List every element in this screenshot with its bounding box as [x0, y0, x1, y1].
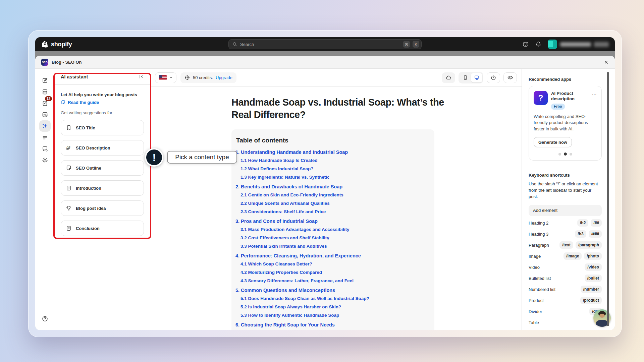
toc-link[interactable]: 5.3 How to Identify Authentic Handmade S… — [240, 313, 428, 318]
device-preview-toggle — [459, 72, 483, 83]
list-lines-icon[interactable] — [39, 132, 51, 143]
comment-icon[interactable] — [39, 143, 51, 155]
shortcut-row: Table — [529, 317, 602, 328]
credits-pill[interactable]: 50 credits. Upgrade — [180, 72, 236, 83]
recommended-app-card: ? AI Product description ... Free Write … — [529, 86, 602, 161]
shortcut-key: /h3 — [575, 230, 586, 238]
kebab-menu-icon[interactable]: ... — [592, 91, 597, 96]
toc-link[interactable]: 4.2 Moisturizing Properties Compared — [240, 270, 428, 275]
toc-link[interactable]: 4.1 Which Soap Cleanses Better? — [240, 261, 428, 267]
shortcut-key: /image — [564, 252, 582, 260]
compose-icon[interactable] — [39, 75, 51, 86]
toc-heading: Table of contents — [235, 137, 428, 144]
toc-link[interactable]: 1.1 How Handmade Soap Is Created — [240, 158, 428, 163]
desktop-preview-icon[interactable] — [471, 73, 482, 82]
shortcut-key: /product — [580, 297, 602, 304]
app-seo-badge: SEO — [41, 59, 48, 66]
seo-description-button[interactable]: Ao SEO Description — [61, 140, 144, 156]
toc-link[interactable]: 3.2 Cost-Effectiveness and Shelf Stabili… — [240, 235, 428, 241]
media-icon[interactable] — [39, 109, 51, 120]
shortcut-key: /h2 — [577, 219, 588, 227]
toc-link[interactable]: 4. Performance: Cleansing, Hydration, an… — [235, 253, 428, 258]
toc-link[interactable]: 6. Choosing the Right Soap for Your Need… — [235, 322, 428, 327]
ai-sparkles-icon[interactable] — [39, 120, 51, 132]
carousel-dot[interactable] — [558, 153, 561, 156]
ai-assistant-panel: AI assistant Let AI help you write your … — [55, 69, 150, 330]
toc-link[interactable]: 2.1 Gentle on Skin and Eco-Friendly Ingr… — [240, 192, 428, 198]
toc-link[interactable]: 2.2 Unique Scents and Artisanal Qualitie… — [240, 201, 428, 206]
keyboard-shortcuts-description: Use the slash “/” or click an element fr… — [529, 181, 600, 200]
shortcuts-card: Add element Heading 2 /h2/## Heading 3 /… — [529, 205, 602, 330]
chevron-down-icon — [169, 76, 173, 79]
introduction-button[interactable]: Introduction — [61, 180, 144, 196]
read-guide-link[interactable]: Read the guide — [61, 100, 144, 105]
collapse-panel-icon[interactable] — [138, 74, 144, 79]
blog-post-idea-button[interactable]: Blog post idea — [61, 200, 144, 216]
language-selector[interactable] — [155, 72, 176, 83]
carousel-dot[interactable] — [570, 153, 572, 156]
store-name-redacted — [560, 42, 591, 47]
shortcut-key: /number — [581, 286, 602, 293]
mobile-preview-icon[interactable] — [460, 73, 471, 82]
app-title: Blog - SEO On — [52, 60, 82, 65]
us-flag-icon — [159, 75, 167, 80]
store-account-menu[interactable] — [548, 40, 609, 49]
toc-link[interactable]: 3.3 Potential Skin Irritants and Additiv… — [240, 244, 428, 249]
suggestions-label: Get writing suggestions for: — [61, 110, 144, 115]
stack-icon[interactable] — [39, 86, 51, 98]
toc-link[interactable]: 5.2 Is Industrial Soap Always Harsher on… — [240, 304, 428, 310]
upgrade-link[interactable]: Upgrade — [216, 75, 232, 80]
shortcut-row: Heading 2 /h2/## — [529, 218, 602, 229]
post-editor: 50 credits. Upgrade — [150, 69, 522, 330]
search-placeholder: Search — [240, 42, 400, 47]
ai-panel-title: AI assistant — [61, 74, 88, 79]
store-avatar — [548, 40, 557, 49]
free-badge: Free — [551, 104, 565, 110]
toc-link[interactable]: 2. Benefits and Drawbacks of Handmade So… — [235, 184, 428, 189]
app-titlebar: SEO Blog - SEO On — [35, 56, 615, 69]
settings-gear-icon[interactable] — [39, 155, 51, 166]
toc-link[interactable]: 5. Common Questions and Misconceptions — [235, 288, 428, 293]
shopify-bag-icon — [41, 40, 49, 48]
toc-link[interactable]: 4.3 Sensory Differences: Lather, Fragran… — [240, 278, 428, 284]
credits-count: 50 credits. — [193, 75, 213, 80]
carousel-dots — [534, 153, 597, 156]
toc-link[interactable]: 1.3 Key Ingredients: Natural vs. Synthet… — [240, 175, 428, 180]
vertical-scrollbar[interactable] — [607, 72, 609, 326]
toc-link[interactable]: 5.1 Does Handmade Soap Clean as Well as … — [240, 296, 428, 301]
history-clock-icon[interactable] — [487, 72, 500, 83]
autosave-cloud-icon[interactable] — [442, 72, 455, 83]
text-style-icon: Ao — [66, 145, 72, 151]
conclusion-button[interactable]: Conclusion — [61, 221, 144, 236]
guide-note-icon — [61, 100, 66, 105]
editor-toolbar: 50 credits. Upgrade — [150, 69, 522, 87]
svg-text:Ao: Ao — [66, 145, 70, 148]
shortcut-row: Video /video — [529, 262, 602, 273]
toc-link[interactable]: 3.1 Mass Production Advantages and Acces… — [240, 227, 428, 232]
toc-link[interactable]: 1. Understanding Handmade and Industrial… — [235, 149, 428, 155]
shortcut-key: /toc — [589, 330, 602, 330]
shopify-wordmark: shopify — [51, 41, 72, 48]
global-search-input[interactable]: Search ⌘ K — [228, 39, 422, 49]
post-title[interactable]: Handmade Soap vs. Industrial Soap: What’… — [231, 96, 453, 121]
k-key-badge: K — [413, 41, 419, 48]
keyboard-shortcuts-heading: Keyboard shortcuts — [529, 173, 601, 178]
toc-link[interactable]: 2.3 Considerations: Shelf Life and Price — [240, 209, 428, 215]
credits-target-icon — [184, 75, 190, 80]
seo-title-button[interactable]: SEO Title — [61, 120, 144, 135]
notifications-bell-icon[interactable] — [535, 41, 542, 48]
bookmark-icon — [66, 125, 72, 131]
toc-link[interactable]: 3. Pros and Cons of Industrial Soap — [235, 219, 428, 224]
checklist-icon[interactable]: 12 — [39, 98, 51, 109]
close-icon[interactable] — [604, 60, 609, 65]
preview-eye-icon[interactable] — [503, 72, 517, 83]
sidekick-icon[interactable] — [522, 41, 529, 48]
shortcut-row: Heading 3 /h3/### — [529, 229, 602, 240]
generate-now-button[interactable]: Generate now — [534, 137, 572, 147]
help-icon[interactable] — [42, 315, 48, 322]
carousel-dot-active[interactable] — [564, 153, 567, 156]
shortcut-key: /paragraph — [576, 241, 602, 249]
toc-link[interactable]: 1.2 What Defines Industrial Soap? — [240, 166, 428, 172]
shortcut-row: Bulleted list /bullet — [529, 273, 602, 284]
seo-outline-button[interactable]: SEO Outline — [61, 160, 144, 176]
